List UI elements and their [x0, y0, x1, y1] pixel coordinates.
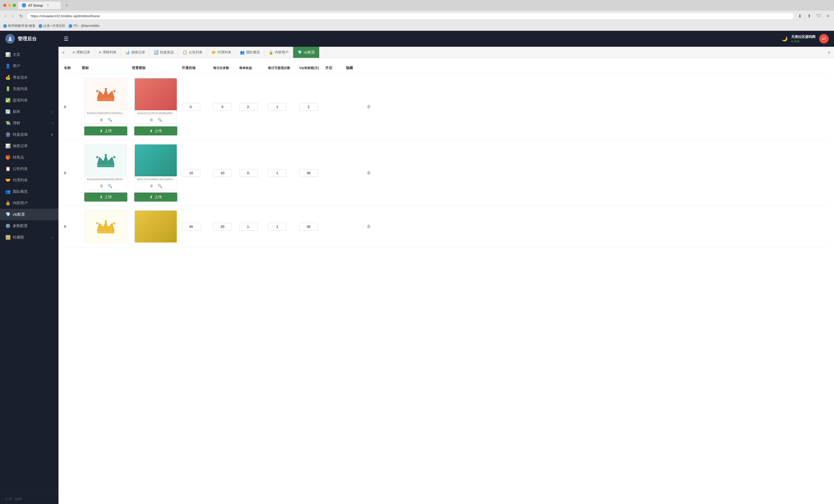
username-text: 天美社区源码网 [791, 35, 815, 39]
tab-collapse-button[interactable]: « [59, 47, 68, 58]
tabs-bar: « ≡ 理财记录 ≡ 理财列表 📊 抽奖记录 🔄 转盘奖品 [59, 47, 834, 58]
minimize-dot[interactable] [8, 4, 11, 7]
row-1-hide-cell [346, 105, 365, 109]
row-3-income-cell [239, 223, 266, 230]
row-2-bg-upload-button[interactable]: ⬆ 上传 [134, 192, 177, 202]
bookmark-icon-3 [69, 24, 72, 28]
row-3-price-input[interactable] [182, 223, 200, 230]
row-3-income-input[interactable] [239, 223, 258, 230]
sidebar-item-lottery-label: 抽奖记录 [13, 144, 28, 148]
sidebar-item-carousel[interactable]: 🖼️ 轮播图 › [0, 232, 59, 243]
row-1-price-input[interactable] [182, 103, 200, 111]
sidebar-item-team-label: 团队概览 [13, 189, 28, 194]
row-3-tasks-input[interactable] [213, 223, 232, 230]
row-1-bg-delete-button[interactable]: 🗑 [150, 118, 153, 122]
row-1-icon-upload-button[interactable]: ⬆ 上传 [84, 127, 127, 135]
back-button[interactable]: ‹ [3, 13, 8, 19]
header-income: 每单收益 [239, 66, 266, 70]
sidebar-item-home[interactable]: 📊 主页 [0, 49, 59, 60]
row-1-icon-delete-button[interactable]: 🗑 [100, 118, 103, 122]
close-icon[interactable]: ✕ [46, 3, 49, 7]
menu-toggle-button[interactable]: ☰ [64, 36, 69, 42]
bookmark-3[interactable]: TG：@tianmeibbs [69, 24, 100, 28]
sidebar-nav: 📊 主页 👤 用户 💰 资金流水 🔋 充值列表 ✅ 提现列表 [0, 47, 59, 494]
row-1-withdrawals-cell [268, 103, 297, 111]
row-2-bg-delete-button[interactable]: 🗑 [150, 184, 153, 188]
address-bar[interactable] [27, 13, 794, 19]
user-avatar[interactable]: AT [819, 34, 829, 44]
reload-button[interactable]: ↻ [18, 13, 24, 19]
theme-toggle-button[interactable]: 🌙 [782, 36, 788, 42]
wheel-icon: 🎡 [5, 132, 10, 137]
bookmark-1[interactable]: 程序搭建/开发/修复 [3, 24, 35, 28]
row-1-icon-zoom-button[interactable]: 🔍 [108, 118, 112, 122]
close-dot[interactable] [3, 4, 6, 7]
sidebar-item-lottery[interactable]: 📊 抽奖记录 [0, 140, 59, 152]
tab-finance-records[interactable]: ≡ 理财记录 [68, 47, 95, 58]
row-2-icon-upload-button[interactable]: ⬆ 上传 [84, 192, 127, 202]
row-3-withdrawals-input[interactable] [268, 223, 286, 230]
row-1-icon-upload-box: f0264e23d56df9e2340591e... 🗑 🔍 [85, 78, 127, 124]
sidebar-item-announcements[interactable]: 📋 公告列表 [0, 163, 59, 175]
sidebar-item-prizes[interactable]: 🎁 转奖品 [0, 152, 59, 163]
tab-wheel-prizes[interactable]: 🔄 转盘奖品 [150, 47, 178, 58]
row-2-delete-button[interactable]: 🗑 [367, 170, 371, 175]
tab-internal[interactable]: 🔒 内部用户 [264, 47, 293, 58]
row-2-price-input[interactable] [182, 169, 200, 177]
tab-expand-button[interactable]: » [824, 47, 834, 58]
sidebar-item-carousel-label: 轮播图 [13, 235, 24, 240]
row-1-withdrawals-input[interactable] [268, 103, 286, 111]
tab-agents[interactable]: 🤝 代理列表 [207, 47, 236, 58]
sidebar-item-vip[interactable]: 💎 vip配置 [0, 209, 59, 220]
sidebar-item-user-label: 用户 [13, 64, 20, 69]
tab-title: AT Group [28, 3, 43, 7]
bookmark-button[interactable]: ⬇ [796, 13, 803, 19]
sidebar-item-withdraw[interactable]: ✅ 提现列表 [0, 94, 59, 106]
sidebar-item-team[interactable]: 👥 团队概览 [0, 186, 59, 197]
sidebar-item-orders[interactable]: 🔄 刷单 › [0, 106, 59, 117]
sidebar-item-user[interactable]: 👤 用户 [0, 60, 59, 72]
row-2-icon-delete-button[interactable]: 🗑 [100, 184, 103, 188]
sidebar-item-internal[interactable]: 🔒 内部用户 [0, 197, 59, 209]
sidebar-item-finance[interactable]: 💸 理财 › [0, 117, 59, 129]
sidebar-item-funds[interactable]: 💰 资金流水 [0, 72, 59, 83]
row-3-days-input[interactable] [299, 223, 318, 230]
bookmark-2[interactable]: 认准->天美社区 [39, 24, 65, 28]
extensions-button[interactable]: 🛡 [815, 13, 822, 19]
tab-finance-list[interactable]: ≡ 理财列表 [95, 47, 121, 58]
row-3-withdrawals-cell [268, 223, 297, 230]
sidebar-item-home-label: 主页 [13, 52, 20, 57]
sidebar-item-wheel[interactable]: 🎡 转盘游戏 ∨ [0, 129, 59, 140]
row-1-income-input[interactable] [239, 103, 258, 111]
row-2-income-input[interactable] [239, 169, 258, 177]
row-2-bg-upload-box: bb317b7e0406014831d564... 🗑 🔍 [134, 144, 177, 190]
row-1-delete-button[interactable]: 🗑 [367, 105, 371, 109]
row-2-icon-zoom-button[interactable]: 🔍 [108, 184, 112, 188]
sidebar-item-recharge[interactable]: 🔋 充值列表 [0, 83, 59, 94]
forward-button[interactable]: › [10, 13, 15, 19]
tab-team[interactable]: 👥 团队概览 [236, 47, 264, 58]
row-1-bg-upload-button[interactable]: ⬆ 上传 [134, 127, 177, 135]
share-button[interactable]: ⬆ [806, 13, 812, 19]
row-3-delete-button[interactable]: 🗑 [367, 224, 371, 229]
browser-titlebar: AT Group ✕ + [0, 0, 834, 10]
row-1-tasks-input[interactable] [213, 103, 232, 111]
new-tab-button[interactable]: + [63, 1, 70, 9]
row-2-bg-zoom-button[interactable]: 🔍 [158, 184, 162, 188]
tab-vip-config-label: vip配置 [304, 50, 315, 55]
tab-lottery-records[interactable]: 📊 抽奖记录 [121, 47, 150, 58]
menu-button[interactable]: ≡ [825, 13, 831, 19]
row-2-tasks-input[interactable] [213, 169, 232, 177]
tab-announcements[interactable]: 📋 公告列表 [178, 47, 207, 58]
row-1-bg-zoom-button[interactable]: 🔍 [158, 118, 162, 122]
sidebar-item-agents[interactable]: 🤝 代理列表 [0, 175, 59, 186]
row-1-days-input[interactable] [299, 103, 318, 111]
tab-vip-config[interactable]: 💎 vip配置 [293, 47, 320, 58]
maximize-dot[interactable] [13, 4, 16, 7]
row-2-days-input[interactable] [299, 169, 318, 177]
browser-tab[interactable]: AT Group ✕ [18, 2, 61, 9]
tab-wheel-prizes-label: 转盘奖品 [160, 50, 174, 55]
row-2-withdrawals-input[interactable] [268, 169, 286, 177]
sidebar-item-params[interactable]: ⚙️ 参数配置 [0, 220, 59, 232]
bookmark-icon-1 [3, 24, 7, 28]
